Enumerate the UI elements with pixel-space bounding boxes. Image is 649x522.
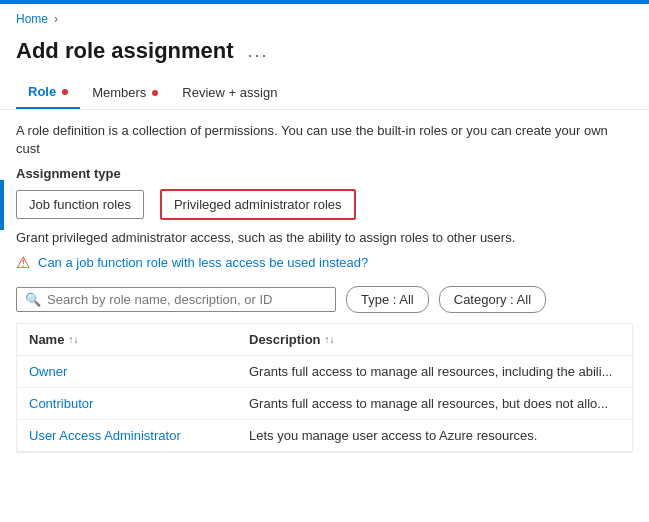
grant-text: Grant privileged administrator access, s…: [16, 230, 633, 245]
warning-row: ⚠ Can a job function role with less acce…: [16, 253, 633, 272]
tab-members-label: Members: [92, 85, 146, 100]
search-box[interactable]: 🔍: [16, 287, 336, 312]
ellipsis-button[interactable]: ...: [244, 41, 273, 62]
row-contributor-desc: Grants full access to manage all resourc…: [249, 396, 620, 411]
breadcrumb-home[interactable]: Home: [16, 12, 48, 26]
search-input[interactable]: [47, 292, 327, 307]
tab-role-dot: [62, 89, 68, 95]
table-container: Name ↑↓ Description ↑↓ Owner Grants full…: [16, 323, 633, 453]
description-text: A role definition is a collection of per…: [16, 122, 633, 158]
tab-review-label: Review + assign: [182, 85, 277, 100]
table-header: Name ↑↓ Description ↑↓: [17, 324, 632, 356]
tab-members-dot: [152, 90, 158, 96]
col-desc-label: Description: [249, 332, 321, 347]
warning-text[interactable]: Can a job function role with less access…: [38, 255, 368, 270]
category-filter-button[interactable]: Category : All: [439, 286, 546, 313]
privileged-admin-button[interactable]: Privileged administrator roles: [160, 189, 356, 220]
table-row[interactable]: Contributor Grants full access to manage…: [17, 388, 632, 420]
type-filter-button[interactable]: Type : All: [346, 286, 429, 313]
job-function-button[interactable]: Job function roles: [16, 190, 144, 219]
col-header-name[interactable]: Name ↑↓: [29, 332, 249, 347]
page-header: Add role assignment ...: [0, 34, 649, 76]
table-row[interactable]: Owner Grants full access to manage all r…: [17, 356, 632, 388]
row-owner-name[interactable]: Owner: [29, 364, 249, 379]
content-area: A role definition is a collection of per…: [0, 110, 649, 465]
left-accent: [0, 180, 4, 230]
role-type-buttons: Job function roles Privileged administra…: [16, 189, 633, 220]
search-icon: 🔍: [25, 292, 41, 307]
tab-members[interactable]: Members: [80, 76, 170, 109]
row-useraccess-name[interactable]: User Access Administrator: [29, 428, 249, 443]
tab-role[interactable]: Role: [16, 76, 80, 109]
tab-role-label: Role: [28, 84, 56, 99]
col-name-sort-icon: ↑↓: [68, 334, 78, 345]
tabs-bar: Role Members Review + assign: [0, 76, 649, 110]
assignment-type-label: Assignment type: [16, 166, 633, 181]
tab-review[interactable]: Review + assign: [170, 76, 289, 109]
table-row[interactable]: User Access Administrator Lets you manag…: [17, 420, 632, 452]
row-owner-desc: Grants full access to manage all resourc…: [249, 364, 620, 379]
row-contributor-name[interactable]: Contributor: [29, 396, 249, 411]
page-title: Add role assignment: [16, 38, 234, 64]
col-header-description[interactable]: Description ↑↓: [249, 332, 620, 347]
col-name-label: Name: [29, 332, 64, 347]
breadcrumb: Home ›: [0, 4, 649, 34]
search-filter-row: 🔍 Type : All Category : All: [16, 286, 633, 313]
breadcrumb-separator: ›: [54, 12, 58, 26]
row-useraccess-desc: Lets you manage user access to Azure res…: [249, 428, 620, 443]
warning-icon: ⚠: [16, 253, 30, 272]
col-desc-sort-icon: ↑↓: [325, 334, 335, 345]
